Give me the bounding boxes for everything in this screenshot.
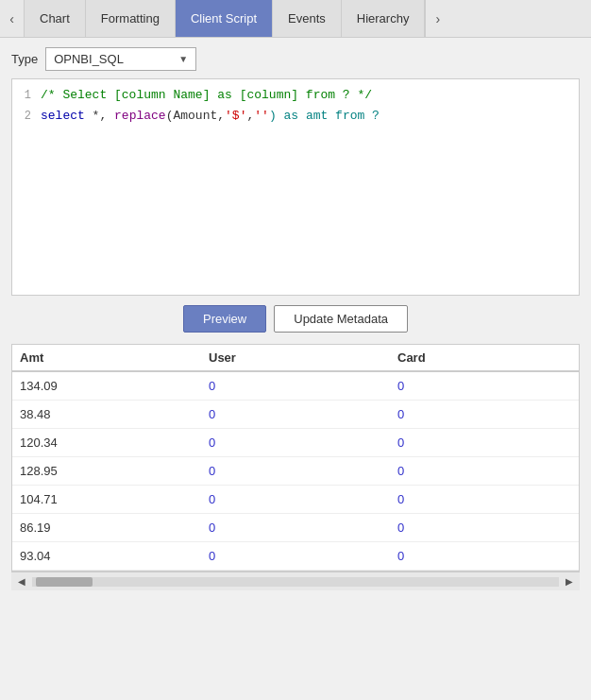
- column-header-card: Card: [397, 350, 558, 365]
- cell-amt: 86.19: [20, 521, 209, 535]
- cell-user: 0: [209, 407, 397, 421]
- cell-user: 0: [209, 521, 397, 535]
- results-table: Amt User Card 134.090038.4800120.3400128…: [11, 344, 580, 572]
- cell-amt: 38.48: [20, 407, 209, 421]
- table-row: 38.4800: [12, 401, 579, 429]
- cell-user: 0: [209, 464, 397, 478]
- type-label: Type: [11, 52, 38, 66]
- cell-card: 0: [397, 379, 571, 393]
- button-row: Preview Update Metadata: [11, 305, 580, 333]
- preview-button[interactable]: Preview: [183, 305, 266, 333]
- table-body[interactable]: 134.090038.4800120.3400128.9500104.71008…: [12, 372, 579, 571]
- tab-chart[interactable]: Chart: [25, 0, 86, 37]
- type-row: Type OPNBI_SQL ▼: [11, 47, 580, 71]
- header-scroll-spacer: [558, 350, 571, 365]
- cell-user: 0: [209, 492, 397, 506]
- line-number-2: 2: [12, 108, 41, 125]
- table-row: 86.1900: [12, 514, 579, 542]
- tab-next-button[interactable]: ›: [425, 0, 449, 37]
- cell-amt: 120.34: [20, 435, 209, 450]
- table-row: 104.7100: [12, 486, 579, 514]
- tab-bar: ‹ Chart Formatting Client Script Events …: [0, 0, 591, 38]
- code-content-1: /* Select [column Name] as [column] from…: [41, 86, 579, 105]
- cell-amt: 134.09: [20, 379, 209, 393]
- line-number-1: 1: [12, 87, 41, 104]
- table-row: 134.0900: [12, 372, 579, 401]
- tab-client-script[interactable]: Client Script: [176, 0, 273, 37]
- cell-user: 0: [209, 435, 397, 450]
- code-line-2: 2 select *, replace(Amount,'$','') as am…: [12, 106, 579, 127]
- cell-card: 0: [397, 521, 571, 535]
- tab-events[interactable]: Events: [273, 0, 342, 37]
- dropdown-arrow-icon: ▼: [178, 54, 188, 64]
- tab-formatting[interactable]: Formatting: [86, 0, 176, 37]
- cell-amt: 104.71: [20, 492, 209, 506]
- horizontal-scrollbar[interactable]: ◀ ▶: [11, 572, 580, 590]
- cell-card: 0: [397, 435, 571, 450]
- cell-amt: 128.95: [20, 464, 209, 478]
- column-header-user: User: [209, 350, 397, 365]
- code-content-2: select *, replace(Amount,'$','') as amt …: [41, 107, 579, 126]
- table-row: 93.0400: [12, 542, 579, 571]
- scroll-track[interactable]: [32, 577, 559, 587]
- cell-card: 0: [397, 464, 571, 478]
- table-header: Amt User Card: [12, 345, 579, 372]
- results-table-wrapper: Amt User Card 134.090038.4800120.3400128…: [11, 344, 580, 572]
- cell-amt: 93.04: [20, 549, 209, 563]
- cell-user: 0: [209, 549, 397, 563]
- table-row: 120.3400: [12, 429, 579, 457]
- content-area: Type OPNBI_SQL ▼ 1 /* Select [column Nam…: [0, 38, 591, 600]
- type-select-value: OPNBI_SQL: [54, 52, 124, 66]
- table-row: 128.9500: [12, 457, 579, 486]
- cell-user: 0: [209, 379, 397, 393]
- tab-prev-button[interactable]: ‹: [0, 0, 25, 37]
- scroll-right-arrow[interactable]: ▶: [561, 573, 578, 590]
- cell-card: 0: [397, 549, 571, 563]
- tab-hierarchy[interactable]: Hierarchy: [342, 0, 426, 37]
- scroll-thumb[interactable]: [36, 577, 93, 587]
- column-header-amt: Amt: [20, 350, 209, 365]
- code-line-1: 1 /* Select [column Name] as [column] fr…: [12, 85, 579, 106]
- cell-card: 0: [397, 492, 571, 506]
- type-select-dropdown[interactable]: OPNBI_SQL ▼: [45, 47, 196, 71]
- code-editor[interactable]: 1 /* Select [column Name] as [column] fr…: [11, 78, 580, 296]
- scroll-left-arrow[interactable]: ◀: [13, 573, 30, 590]
- cell-card: 0: [397, 407, 571, 421]
- update-metadata-button[interactable]: Update Metadata: [274, 305, 408, 333]
